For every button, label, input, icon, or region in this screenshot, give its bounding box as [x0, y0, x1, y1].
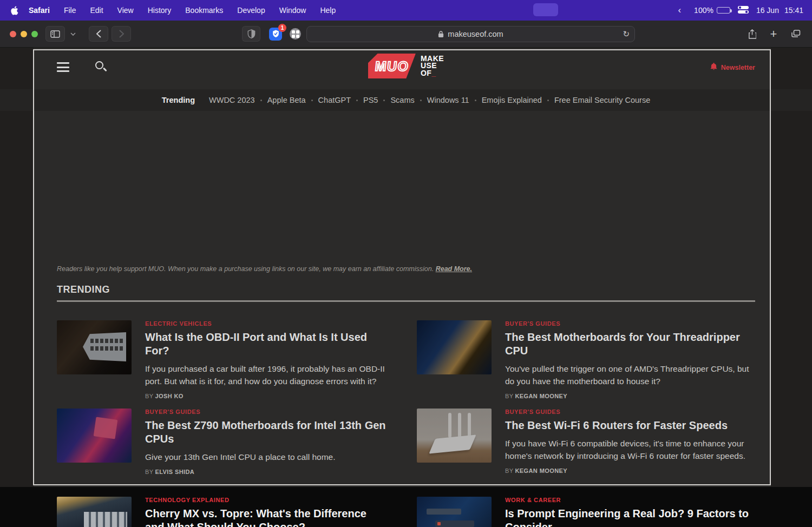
- read-more-link[interactable]: Read More.: [436, 265, 472, 273]
- newsletter-link[interactable]: Newsletter: [710, 63, 755, 72]
- article-card: WORK & CAREER Is Prompt Engineering a Re…: [417, 497, 754, 527]
- section-title: TRENDING: [57, 284, 110, 295]
- article-byline: BYELVIS SHIDA: [145, 469, 387, 475]
- article-byline: BYKEGAN MOONEY: [505, 393, 754, 399]
- macos-menubar: Safari File Edit View History Bookmarks …: [0, 0, 812, 21]
- extension-dots-icon[interactable]: [290, 28, 301, 39]
- menubar-item-window[interactable]: Window: [279, 6, 306, 15]
- url-text: makeuseof.com: [448, 30, 503, 38]
- article-thumbnail[interactable]: [57, 320, 132, 374]
- page-margin-right: [771, 48, 812, 487]
- date-label: 16 Jun: [756, 6, 779, 15]
- menubar-app-name[interactable]: Safari: [29, 6, 50, 15]
- nav-separator-dot: [356, 100, 358, 101]
- article-title[interactable]: The Best Z790 Motherboards for Intel 13t…: [145, 419, 387, 446]
- screen: Safari File Edit View History Bookmarks …: [0, 0, 812, 527]
- back-button[interactable]: [89, 26, 108, 42]
- hamburger-menu-icon[interactable]: [57, 62, 69, 75]
- muo-logo-mark: MUO: [368, 54, 416, 78]
- article-byline: BYKEGAN MOONEY: [505, 467, 754, 474]
- sidebar-chevron-down-icon[interactable]: [68, 26, 78, 42]
- status-chevron-icon[interactable]: ‹: [678, 5, 681, 16]
- page-margin-left: [0, 48, 34, 487]
- thumb-decor: [427, 509, 461, 515]
- menubar-item-develop[interactable]: Develop: [237, 6, 265, 15]
- article-category[interactable]: BUYER'S GUIDES: [505, 409, 754, 415]
- thumb-decor: [458, 413, 461, 438]
- battery-status[interactable]: 100%: [694, 6, 730, 15]
- article-excerpt: Give your 13th Gen Intel CPU a place to …: [145, 451, 387, 463]
- forward-button[interactable]: [112, 26, 131, 42]
- menubar-item-history[interactable]: History: [148, 6, 172, 15]
- minimize-window-button[interactable]: [21, 31, 27, 37]
- menubar-item-help[interactable]: Help: [320, 6, 336, 15]
- close-window-button[interactable]: [10, 31, 16, 37]
- nav-link-chatgpt[interactable]: ChatGPT: [318, 96, 351, 104]
- article-card: BUYER'S GUIDES The Best Z790 Motherboard…: [57, 409, 387, 475]
- menubar-clock[interactable]: 16 Jun 15:41: [756, 6, 803, 15]
- bell-icon: [710, 63, 717, 72]
- trending-nav-label: Trending: [162, 96, 195, 104]
- thumb-decor: [429, 434, 476, 453]
- article-thumbnail[interactable]: [417, 320, 492, 374]
- menubar-item-file[interactable]: File: [64, 6, 76, 15]
- menubar-item-view[interactable]: View: [117, 6, 134, 15]
- article-title[interactable]: The Best Wi-Fi 6 Routers for Faster Spee…: [505, 419, 754, 432]
- nav-link-emojis-explained[interactable]: Emojis Explained: [482, 96, 542, 104]
- article-thumbnail[interactable]: [57, 409, 132, 463]
- menubar-item-edit[interactable]: Edit: [90, 6, 103, 15]
- reload-icon[interactable]: ↻: [623, 29, 630, 39]
- newsletter-label: Newsletter: [721, 64, 755, 71]
- article-card: BUYER'S GUIDES The Best Wi-Fi 6 Routers …: [417, 409, 754, 474]
- nav-separator-dot: [547, 100, 549, 101]
- new-tab-button[interactable]: +: [764, 26, 783, 42]
- sidebar-toggle-button[interactable]: [45, 26, 65, 42]
- battery-percent-label: 100%: [694, 6, 713, 15]
- article-category[interactable]: BUYER'S GUIDES: [145, 409, 387, 415]
- nav-link-email-security-course[interactable]: Free Email Security Course: [554, 96, 650, 104]
- apple-icon[interactable]: [11, 6, 19, 15]
- article-byline: BYJOSH KO: [145, 393, 387, 399]
- tab-overview-button[interactable]: [786, 26, 806, 42]
- battery-icon: [717, 7, 730, 14]
- muo-logo-wordmark: MAKE USE OF_: [421, 55, 444, 77]
- share-button[interactable]: [743, 26, 761, 42]
- article-thumbnail[interactable]: [417, 497, 492, 527]
- thumb-decor: [435, 521, 474, 527]
- adguard-extension-icon[interactable]: 1: [269, 28, 282, 41]
- article-category[interactable]: WORK & CAREER: [505, 497, 754, 503]
- muo-logo[interactable]: MUO MAKE USE OF_: [368, 54, 444, 78]
- control-center-icon[interactable]: [738, 6, 749, 15]
- article-title[interactable]: The Best Motherboards for Your Threadrip…: [505, 331, 754, 358]
- nav-link-scams[interactable]: Scams: [390, 96, 414, 104]
- nav-link-windows-11[interactable]: Windows 11: [427, 96, 469, 104]
- article-title[interactable]: Is Prompt Engineering a Real Job? 9 Fact…: [505, 507, 754, 527]
- article-title[interactable]: Cherry MX vs. Topre: What's the Differen…: [145, 507, 387, 527]
- nav-link-ps5[interactable]: PS5: [363, 96, 378, 104]
- nav-separator-dot: [260, 100, 262, 101]
- trending-nav: Trending WWDC 2023 Apple Beta ChatGPT PS…: [0, 89, 812, 111]
- nav-link-wwdc-2023[interactable]: WWDC 2023: [209, 96, 255, 104]
- article-thumbnail[interactable]: [57, 497, 132, 527]
- article-thumbnail[interactable]: [417, 409, 492, 463]
- nav-separator-dot: [475, 100, 476, 101]
- nav-link-apple-beta[interactable]: Apple Beta: [267, 96, 306, 104]
- article-category[interactable]: TECHNOLOGY EXPLAINED: [145, 497, 387, 503]
- zoom-window-button[interactable]: [31, 31, 38, 37]
- article-card: ELECTRIC VEHICLES What Is the OBD-II Por…: [57, 320, 387, 399]
- section-divider: [57, 300, 755, 302]
- nav-separator-dot: [311, 100, 313, 101]
- search-icon[interactable]: [95, 61, 108, 74]
- article-excerpt: You've pulled the trigger on one of AMD'…: [505, 363, 754, 387]
- article-category[interactable]: ELECTRIC VEHICLES: [145, 320, 387, 327]
- address-bar[interactable]: makeuseof.com ↻: [306, 26, 635, 42]
- lock-icon: [438, 30, 444, 38]
- article-excerpt: If you have Wi-Fi 6 compatible devices, …: [505, 437, 754, 462]
- web-page: MUO MAKE USE OF_ Newsletter Trending WWD…: [0, 48, 812, 527]
- article-title[interactable]: What Is the OBD-II Port and What Is It U…: [145, 331, 387, 358]
- nav-separator-dot: [383, 100, 385, 101]
- article-card: BUYER'S GUIDES The Best Motherboards for…: [417, 320, 754, 399]
- article-category[interactable]: BUYER'S GUIDES: [505, 320, 754, 327]
- privacy-shield-extension-icon[interactable]: [242, 26, 260, 42]
- menubar-item-bookmarks[interactable]: Bookmarks: [185, 6, 223, 15]
